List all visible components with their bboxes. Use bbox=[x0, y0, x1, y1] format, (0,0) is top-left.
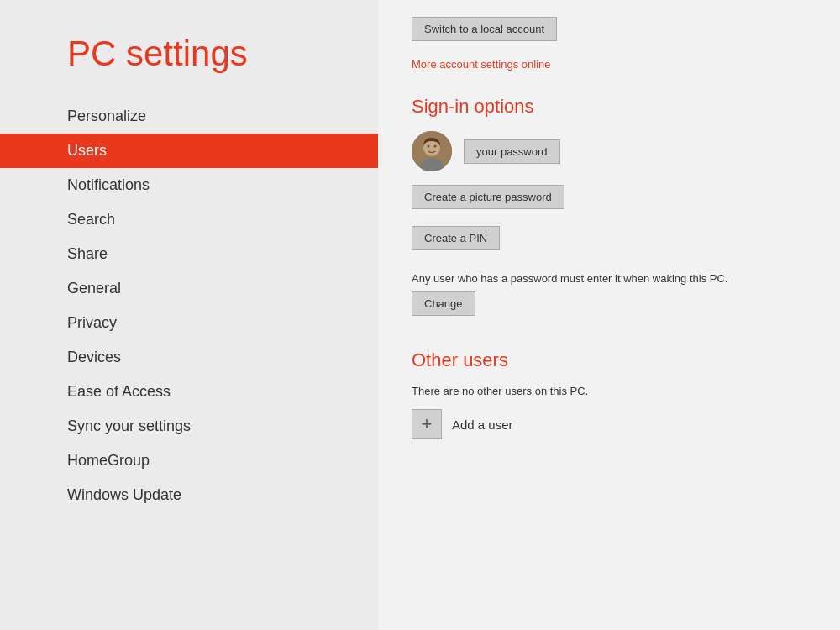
svg-point-3 bbox=[428, 145, 430, 148]
page-title: PC settings bbox=[67, 34, 378, 74]
switch-local-button[interactable]: Switch to a local account bbox=[412, 17, 557, 41]
other-users-title: Other users bbox=[412, 349, 806, 371]
sidebar-item-notifications[interactable]: Notifications bbox=[67, 168, 378, 202]
sidebar-item-ease-of-access[interactable]: Ease of Access bbox=[67, 375, 378, 409]
wake-password-text: Any user who has a password must enter i… bbox=[412, 272, 806, 285]
sidebar-item-privacy[interactable]: Privacy bbox=[67, 306, 378, 340]
sidebar: PC settings Personalize Users Notificati… bbox=[0, 0, 378, 630]
user-avatar-row: your password bbox=[412, 131, 806, 171]
create-picture-password-button[interactable]: Create a picture password bbox=[412, 185, 564, 209]
sidebar-item-share[interactable]: Share bbox=[67, 237, 378, 271]
create-pin-button[interactable]: Create a PIN bbox=[412, 226, 500, 250]
sidebar-item-devices[interactable]: Devices bbox=[67, 340, 378, 375]
sidebar-item-personalize[interactable]: Personalize bbox=[67, 99, 378, 134]
more-account-link[interactable]: More account settings online bbox=[412, 58, 806, 71]
your-password-button[interactable]: your password bbox=[464, 139, 560, 164]
sidebar-item-homegroup[interactable]: HomeGroup bbox=[67, 444, 378, 478]
switch-local-row: Switch to a local account bbox=[412, 17, 806, 50]
nav-list: Personalize Users Notifications Search S… bbox=[67, 99, 378, 512]
avatar bbox=[412, 131, 452, 171]
signin-options-title: Sign-in options bbox=[412, 96, 806, 118]
change-button[interactable]: Change bbox=[412, 291, 475, 316]
svg-point-4 bbox=[434, 145, 437, 148]
sidebar-item-sync[interactable]: Sync your settings bbox=[67, 409, 378, 444]
avatar-image bbox=[412, 131, 452, 171]
add-user-icon: + bbox=[412, 409, 442, 439]
add-user-label: Add a user bbox=[452, 417, 513, 432]
no-other-users-text: There are no other users on this PC. bbox=[412, 385, 806, 397]
add-user-row[interactable]: + Add a user bbox=[412, 409, 806, 439]
sidebar-item-general[interactable]: General bbox=[67, 271, 378, 306]
change-row: Change bbox=[412, 291, 806, 341]
sidebar-item-search[interactable]: Search bbox=[67, 202, 378, 237]
picture-password-row: Create a picture password bbox=[412, 185, 806, 218]
avatar-svg bbox=[412, 131, 452, 171]
sidebar-item-windows-update[interactable]: Windows Update bbox=[67, 478, 378, 512]
pin-row: Create a PIN bbox=[412, 226, 806, 264]
main-content: Switch to a local account More account s… bbox=[378, 0, 840, 630]
sidebar-item-users[interactable]: Users bbox=[0, 134, 378, 168]
other-users-section: Other users There are no other users on … bbox=[412, 349, 806, 439]
